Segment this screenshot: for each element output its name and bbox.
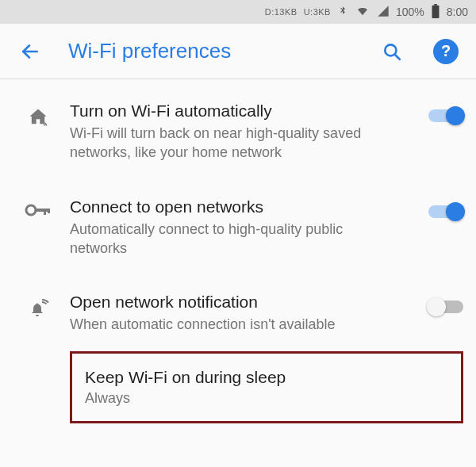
bluetooth-icon xyxy=(337,4,348,21)
net-down-speed: D:13KB xyxy=(265,7,298,17)
app-bar: Wi-Fi preferences ? xyxy=(0,24,476,79)
net-up-speed: U:3KB xyxy=(304,7,331,17)
svg-rect-8 xyxy=(48,209,50,213)
settings-list: Turn on Wi-Fi automatically Wi-Fi will t… xyxy=(0,79,476,423)
setting-connect-open-networks[interactable]: Connect to open networks Automatically c… xyxy=(0,180,476,276)
bell-wifi-icon xyxy=(26,297,50,321)
setting-desc: When automatic connection isn't availabl… xyxy=(70,315,403,334)
page-title: Wi-Fi preferences xyxy=(68,39,354,63)
svg-point-5 xyxy=(26,205,36,215)
search-button[interactable] xyxy=(376,36,408,67)
battery-icon xyxy=(431,4,440,21)
setting-desc: Automatically connect to high-quality pu… xyxy=(70,220,403,258)
home-icon xyxy=(27,106,49,132)
toggle-switch[interactable] xyxy=(428,109,463,122)
setting-title: Turn on Wi-Fi automatically xyxy=(70,101,403,121)
setting-open-network-notification[interactable]: Open network notification When automatic… xyxy=(0,275,476,351)
setting-title: Open network notification xyxy=(70,293,403,312)
battery-percent: 100% xyxy=(396,6,424,18)
setting-keep-wifi-on-sleep[interactable]: Keep Wi-Fi on during sleep Always xyxy=(70,351,463,423)
key-icon xyxy=(25,202,52,221)
help-button[interactable]: ? xyxy=(430,36,462,67)
setting-value: Always xyxy=(85,390,448,407)
setting-title: Keep Wi-Fi on during sleep xyxy=(85,368,448,387)
toggle-switch[interactable] xyxy=(428,205,463,218)
svg-rect-7 xyxy=(44,209,46,215)
svg-rect-6 xyxy=(35,209,49,212)
signal-icon xyxy=(377,5,390,20)
svg-line-4 xyxy=(394,54,399,59)
back-button[interactable] xyxy=(14,36,46,67)
toggle-switch[interactable] xyxy=(428,300,463,313)
setting-title: Connect to open networks xyxy=(70,197,403,216)
wifi-icon xyxy=(355,5,370,20)
clock: 8:00 xyxy=(447,6,468,18)
status-bar: D:13KB U:3KB 100% 8:00 xyxy=(0,0,476,24)
setting-turn-on-wifi-auto[interactable]: Turn on Wi-Fi automatically Wi-Fi will t… xyxy=(0,84,476,180)
setting-desc: Wi-Fi will turn back on near high-qualit… xyxy=(70,124,403,163)
svg-rect-0 xyxy=(432,5,439,17)
help-icon: ? xyxy=(433,39,459,64)
svg-rect-1 xyxy=(434,4,437,6)
